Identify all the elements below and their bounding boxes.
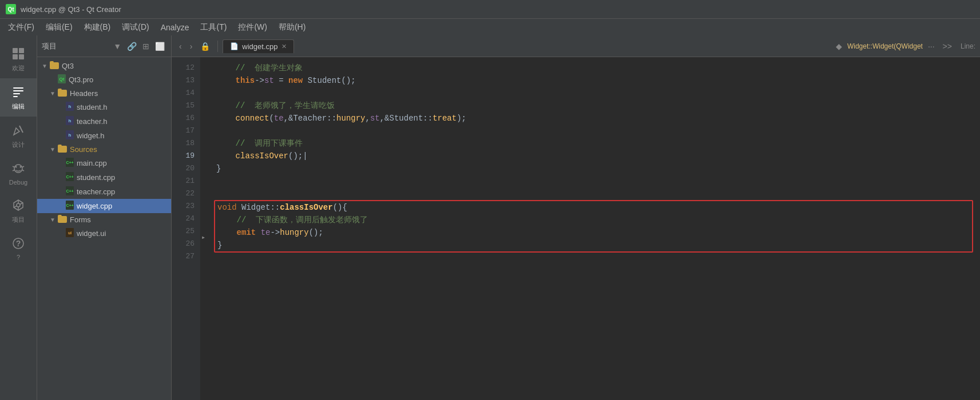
tree-arrow: ▼: [50, 146, 58, 153]
tab-label: widget.cpp: [242, 42, 277, 51]
help-label: ?: [17, 254, 20, 261]
tree-item-widget-h[interactable]: hwidget.h: [37, 129, 171, 143]
menu-item-t[interactable]: 工具(T): [195, 21, 232, 34]
lock-btn[interactable]: 🔒: [197, 40, 213, 53]
tree-item-teacher-h[interactable]: hteacher.h: [37, 114, 171, 129]
tree-item-label: teacher.h: [77, 117, 108, 126]
code-content[interactable]: // 创建学生对象 this->st = new Student(); // 老…: [209, 57, 980, 400]
project-label: 项目: [12, 215, 25, 224]
line-number-25: 25: [172, 225, 195, 238]
func-dropdown[interactable]: ···: [925, 40, 938, 53]
tree-item-Headers[interactable]: ▼Headers: [37, 87, 171, 100]
main-content: 欢迎 编辑 设计 Debug 项目 ? ?: [0, 35, 980, 400]
tree-arrow: ▼: [42, 63, 50, 69]
code-line-26: }: [217, 239, 970, 251]
svg-rect-3: [19, 54, 24, 59]
line-number-26: 26: [172, 238, 195, 250]
file-tree-controls: ▼ 🔗 ⊞ ⬜: [112, 41, 166, 52]
code-line-20: }: [216, 162, 973, 175]
svg-text:?: ?: [16, 239, 21, 248]
window-title: widget.cpp @ Qt3 - Qt Creator: [21, 5, 121, 14]
sidebar-icon-project[interactable]: 项目: [0, 191, 37, 230]
code-line-18: // 调用下课事件: [216, 137, 973, 150]
sidebar-icon-edit[interactable]: 编辑: [0, 78, 37, 117]
menu-item-e[interactable]: 编辑(E): [40, 21, 78, 34]
line-number-17: 17: [172, 125, 195, 137]
sidebar-icon-welcome[interactable]: 欢迎: [0, 40, 37, 78]
tab-file-icon: 📄: [230, 42, 239, 50]
line-number-15: 15: [172, 99, 195, 112]
line-number-21: 21: [172, 175, 195, 187]
edit-label: 编辑: [12, 102, 25, 111]
line-number-12: 12: [172, 62, 195, 74]
tree-item-label: Qt3: [62, 62, 74, 70]
tree-item-label: Headers: [70, 89, 98, 98]
tree-item-Qt3[interactable]: ▼Qt3: [37, 59, 171, 73]
tree-item-teacher-cpp[interactable]: C++teacher.cpp: [37, 185, 171, 199]
code-line-17: [216, 125, 973, 137]
tree-item-label: widget.ui: [77, 229, 106, 238]
file-icon: [58, 89, 67, 98]
file-icon: ui: [66, 228, 74, 239]
func-select-icon[interactable]: ◆: [833, 40, 845, 53]
file-icon: h: [66, 102, 74, 113]
tree-item-main-cpp[interactable]: C++main.cpp: [37, 156, 171, 170]
tree-item-student-cpp[interactable]: C++student.cpp: [37, 170, 171, 185]
sidebar-icons: 欢迎 编辑 设计 Debug 项目 ? ?: [0, 35, 37, 400]
forward-btn[interactable]: ›: [187, 40, 196, 53]
tree-arrow: ▼: [50, 217, 58, 223]
line-number-18: 18: [172, 137, 195, 150]
tab-widget-cpp[interactable]: 📄 widget.cpp ✕: [223, 39, 293, 53]
tree-item-label: Sources: [70, 145, 97, 154]
design-icon: [10, 122, 26, 138]
file-icon: C++: [66, 186, 74, 197]
menu-item-analyze[interactable]: Analyze: [155, 22, 195, 33]
tree-item-student-h[interactable]: hstudent.h: [37, 100, 171, 114]
link-icon[interactable]: 🔗: [125, 41, 138, 52]
code-line-24: // 下课函数，调用后触发老师饿了: [217, 214, 970, 226]
expand-icon[interactable]: ⬜: [153, 41, 166, 52]
line-number-14: 14: [172, 87, 195, 99]
func-expand[interactable]: >>: [940, 40, 955, 53]
back-btn[interactable]: ‹: [176, 40, 185, 53]
menu-item-w[interactable]: 控件(W): [232, 21, 273, 34]
tree-item-Qt3-pro[interactable]: QtQt3.pro: [37, 73, 171, 87]
editor-toolbar: ‹ › 🔒 📄 widget.cpp ✕ ◆ Widget::Widget(QW…: [172, 35, 980, 57]
svg-text:C++: C++: [66, 189, 73, 193]
svg-text:h: h: [69, 133, 72, 138]
tree-item-Sources[interactable]: ▼Sources: [37, 143, 171, 156]
outlined-code-block: void Widget::classIsOver(){ // 下课函数，调用后触…: [214, 200, 973, 253]
tree-item-label: Forms: [70, 215, 91, 224]
line-number-13: 13: [172, 74, 195, 87]
svg-rect-5: [13, 90, 23, 91]
code-line-27: [216, 253, 973, 265]
svg-point-10: [15, 166, 17, 168]
file-icon: C++: [66, 158, 74, 169]
debug-label: Debug: [9, 179, 27, 186]
code-line-22: [216, 187, 973, 200]
filter-icon[interactable]: ▼: [112, 41, 123, 52]
add-icon[interactable]: ⊞: [141, 41, 151, 52]
design-label: 设计: [12, 141, 25, 149]
sidebar-icon-help[interactable]: ? ?: [0, 230, 37, 266]
menu-item-f[interactable]: 文件(F): [2, 21, 40, 34]
file-icon: [58, 215, 67, 225]
debug-icon: [10, 161, 26, 177]
sidebar-icon-debug[interactable]: Debug: [0, 155, 37, 191]
sidebar-icon-design[interactable]: 设计: [0, 117, 37, 155]
line-numbers: 12131415161718192021222324252627: [172, 57, 200, 400]
menu-item-b[interactable]: 构建(B): [78, 21, 117, 34]
tree-item-widget-ui[interactable]: uiwidget.ui: [37, 226, 171, 241]
tree-item-widget-cpp[interactable]: C++widget.cpp: [37, 199, 171, 213]
file-icon: h: [66, 130, 74, 141]
code-editor[interactable]: 12131415161718192021222324252627 ▸ // 创建…: [172, 57, 980, 400]
svg-text:Qt: Qt: [59, 77, 65, 82]
menu-item-d[interactable]: 调试(D): [116, 21, 154, 34]
file-tree-title: 项目: [42, 41, 57, 51]
file-icon: Qt: [58, 74, 66, 85]
menu-item-h[interactable]: 帮助(H): [273, 21, 311, 34]
tree-item-Forms[interactable]: ▼Forms: [37, 213, 171, 226]
edit-icon: [10, 84, 26, 100]
tab-close-btn[interactable]: ✕: [281, 43, 287, 50]
file-icon: h: [66, 116, 74, 127]
